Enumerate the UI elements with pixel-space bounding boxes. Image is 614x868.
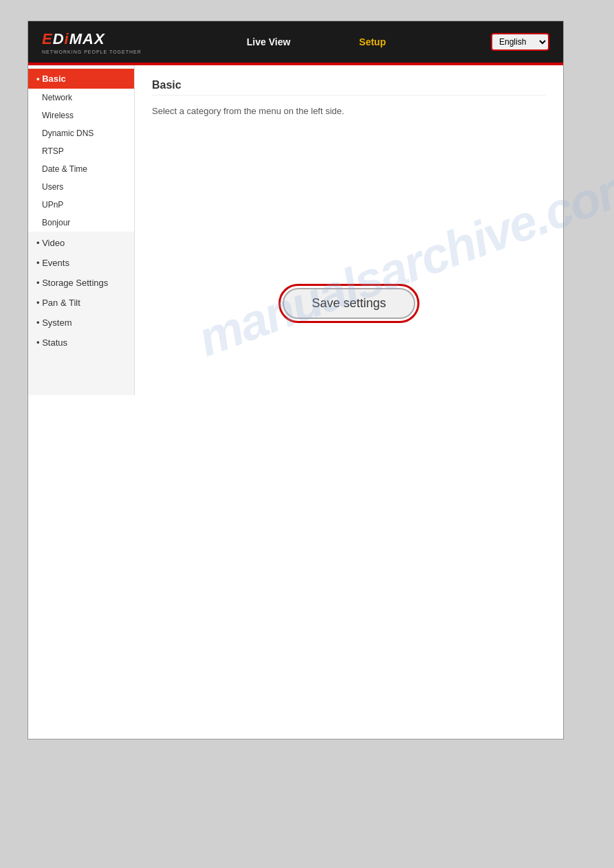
sidebar-section-status[interactable]: Status	[28, 333, 134, 353]
sidebar-item-bonjour[interactable]: Bonjour	[28, 214, 134, 232]
sidebar-item-wireless[interactable]: Wireless	[28, 107, 134, 124]
logo-subtitle: NETWORKING PEOPLE TOGETHER	[42, 49, 152, 54]
nav-links: Live View Setup	[152, 36, 481, 47]
sidebar-item-network[interactable]: Network	[28, 89, 134, 107]
bottom-area	[28, 395, 563, 739]
language-selector-wrapper: English Chinese French German Spanish	[481, 33, 549, 51]
sidebar-section-header-basic[interactable]: • Basic	[28, 69, 134, 89]
sidebar-item-users[interactable]: Users	[28, 178, 134, 196]
page-title: Basic	[152, 79, 546, 96]
sidebar-section-video[interactable]: Video	[28, 233, 134, 253]
sidebar-section-storage-settings[interactable]: Storage Settings	[28, 273, 134, 293]
sidebar-section-basic: • Basic Network Wireless Dynamic DNS RTS…	[28, 69, 134, 232]
save-settings-button[interactable]: Save settings	[283, 288, 415, 319]
sidebar-section-events[interactable]: Events	[28, 253, 134, 273]
nav-live-view[interactable]: Live View	[247, 36, 291, 47]
content-area: • Basic Network Wireless Dynamic DNS RTS…	[28, 65, 563, 395]
sidebar-item-dynamic-dns[interactable]: Dynamic DNS	[28, 124, 134, 142]
header: EDiMAX NETWORKING PEOPLE TOGETHER Live V…	[28, 21, 563, 63]
save-area: manualsarchive.com Save settings	[152, 288, 546, 319]
logo-text: EDiMAX	[42, 30, 152, 48]
sidebar-item-upnp[interactable]: UPnP	[28, 196, 134, 214]
watermark: manualsarchive.com	[190, 155, 614, 367]
sidebar-item-date-time[interactable]: Date & Time	[28, 160, 134, 178]
logo: EDiMAX NETWORKING PEOPLE TOGETHER	[42, 30, 152, 54]
page-description: Select a category from the menu on the l…	[152, 106, 546, 116]
main-content: Basic Select a category from the menu on…	[135, 65, 563, 395]
nav-setup[interactable]: Setup	[359, 36, 386, 47]
sidebar-item-rtsp[interactable]: RTSP	[28, 142, 134, 160]
sidebar-section-system[interactable]: System	[28, 313, 134, 333]
sidebar-section-pan-tilt[interactable]: Pan & Tilt	[28, 293, 134, 313]
language-select[interactable]: English Chinese French German Spanish	[491, 33, 549, 51]
sidebar: • Basic Network Wireless Dynamic DNS RTS…	[28, 65, 135, 395]
